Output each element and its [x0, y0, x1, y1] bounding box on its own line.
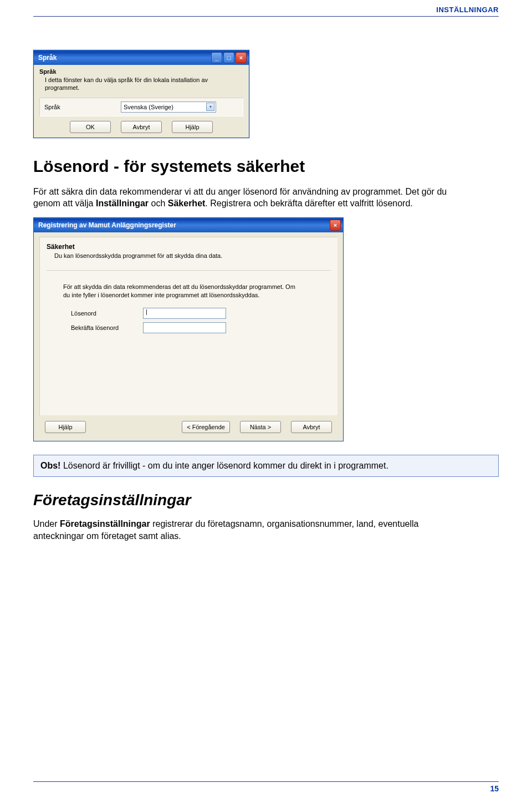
- confirm-password-label: Bekräfta lösenord: [71, 324, 143, 331]
- section-heading-foretagsinstallningar: Företagsinställningar: [33, 491, 499, 509]
- security-heading: Säkerhet: [47, 243, 331, 251]
- cancel-button[interactable]: Avbryt: [121, 121, 162, 133]
- titlebar-title: Språk: [38, 54, 211, 62]
- section-heading-losenord: Lösenord - för systemets säkerhet: [33, 157, 499, 176]
- help-button[interactable]: Hjälp: [45, 421, 86, 433]
- close-button[interactable]: ×: [236, 52, 247, 63]
- dialog-heading: Språk: [39, 68, 243, 75]
- titlebar[interactable]: Registrering av Mamut Anläggningsregiste…: [34, 218, 343, 232]
- ok-button[interactable]: OK: [70, 121, 111, 133]
- minimize-button[interactable]: _: [211, 52, 222, 63]
- page-number: 15: [490, 784, 499, 793]
- password-input[interactable]: |: [143, 308, 226, 319]
- maximize-button[interactable]: □: [223, 52, 234, 63]
- next-button[interactable]: Nästa >: [240, 421, 281, 433]
- field-label-sprak: Språk: [44, 104, 116, 110]
- prev-button[interactable]: < Föregående: [182, 421, 230, 433]
- dialog-description: I detta fönster kan du välja språk för d…: [39, 76, 243, 92]
- confirm-password-input[interactable]: [143, 322, 226, 333]
- note-text: Lösenord är frivilligt - om du inte ange…: [60, 461, 388, 470]
- note-box: Obs! Lösenord är frivilligt - om du inte…: [33, 455, 499, 477]
- chevron-down-icon[interactable]: ▾: [206, 103, 214, 111]
- note-prefix: Obs!: [40, 461, 60, 470]
- cancel-button[interactable]: Avbryt: [291, 421, 332, 433]
- close-button[interactable]: ×: [330, 220, 341, 231]
- titlebar[interactable]: Språk _ □ ×: [34, 50, 249, 65]
- titlebar-title: Registrering av Mamut Anläggningsregiste…: [38, 221, 330, 229]
- section2-paragraph: Under Företagsinställningar registrerar …: [33, 518, 454, 542]
- page-header: INSTÄLLNINGAR: [33, 6, 499, 17]
- password-label: Lösenord: [71, 310, 143, 317]
- security-body-text: För att skydda din data rekommenderas de…: [63, 283, 296, 299]
- registrering-dialog: Registrering av Mamut Anläggningsregiste…: [33, 217, 344, 442]
- combo-value: Svenska (Sverige): [124, 104, 173, 110]
- section-paragraph: För att säkra din data rekommenderar vi …: [33, 186, 454, 210]
- page-footer: 15: [33, 781, 499, 793]
- language-combo[interactable]: Svenska (Sverige) ▾: [121, 101, 216, 113]
- security-subdesc: Du kan lösenordsskydda programmet för at…: [47, 252, 331, 259]
- help-button[interactable]: Hjälp: [172, 121, 213, 133]
- sprak-dialog: Språk _ □ × Språk I detta fönster kan du…: [33, 50, 249, 138]
